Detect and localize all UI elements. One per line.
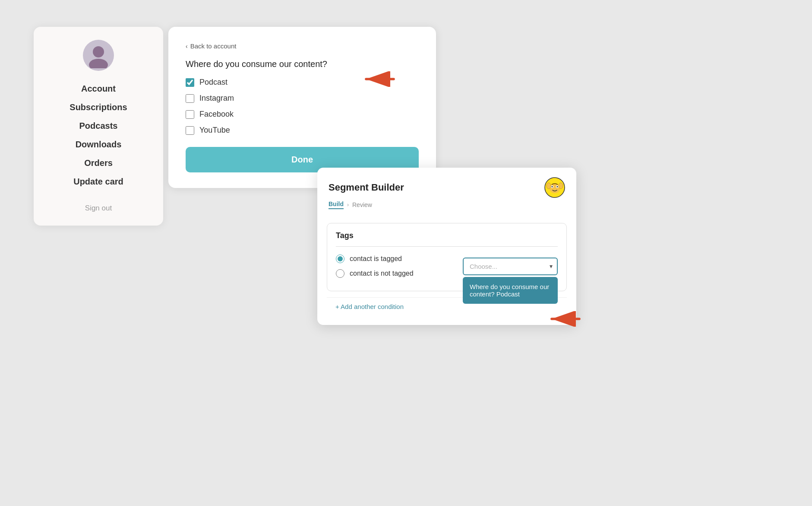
segment-breadcrumb: Build › Review [317, 198, 576, 216]
instagram-checkbox[interactable] [186, 94, 194, 103]
nav-subscriptions[interactable]: Subscriptions [42, 98, 155, 117]
tags-box: Tags contact is tagged contact is not ta… [327, 223, 567, 291]
not-tagged-radio[interactable] [336, 269, 344, 278]
tags-label: Tags [336, 231, 558, 240]
nav-orders[interactable]: Orders [42, 154, 155, 172]
svg-point-8 [552, 186, 553, 188]
facebook-checkbox[interactable] [186, 110, 194, 119]
radio-contact-tagged[interactable]: contact is tagged [336, 255, 414, 263]
segment-panel: Segment Builder Build › Review Tags [317, 168, 576, 325]
nav-account[interactable]: Account [42, 80, 155, 98]
tagged-radio[interactable] [336, 255, 344, 263]
account-panel: Account Subscriptions Podcasts Downloads… [34, 27, 163, 226]
arrow-dropdown-indicator [548, 311, 583, 327]
arrow-podcast-indicator [363, 71, 397, 87]
podcast-checkbox[interactable] [186, 78, 194, 87]
radio-group: contact is tagged contact is not tagged [336, 255, 414, 278]
avatar [83, 40, 114, 71]
facebook-label: Facebook [199, 110, 234, 119]
radio-contact-not-tagged[interactable]: contact is not tagged [336, 269, 414, 278]
nav-update-card[interactable]: Update card [42, 172, 155, 191]
breadcrumb-build[interactable]: Build [329, 200, 344, 209]
nav-podcasts[interactable]: Podcasts [42, 117, 155, 135]
not-tagged-label: contact is not tagged [350, 270, 414, 277]
radio-row: contact is tagged contact is not tagged … [336, 255, 558, 278]
svg-point-11 [559, 183, 563, 189]
back-link[interactable]: ‹ Back to account [186, 42, 419, 50]
checkbox-facebook[interactable]: Facebook [186, 110, 419, 119]
sign-out-link[interactable]: Sign out [85, 204, 112, 213]
podcast-label: Podcast [199, 78, 227, 87]
checkbox-youtube[interactable]: YouTube [186, 126, 419, 135]
svg-point-9 [557, 186, 558, 188]
svg-point-10 [547, 183, 551, 189]
segment-header: Segment Builder [317, 168, 576, 198]
chevron-left-icon: ‹ [186, 43, 188, 50]
segment-body: Tags contact is tagged contact is not ta… [317, 216, 576, 325]
choose-select-container[interactable]: Choose... Where do you consume our conte… [463, 258, 558, 275]
svg-point-5 [550, 184, 560, 193]
mailchimp-logo [544, 177, 565, 198]
svg-point-1 [89, 59, 108, 68]
segment-title: Segment Builder [329, 182, 404, 193]
choose-select[interactable]: Choose... Where do you consume our conte… [463, 258, 558, 275]
tagged-label: contact is tagged [350, 255, 402, 263]
back-link-text: Back to account [190, 42, 237, 50]
svg-point-0 [93, 46, 104, 57]
dropdown-highlighted-option[interactable]: Where do you consume our content? Podcas… [463, 277, 558, 304]
survey-question: Where do you consume our content? [186, 59, 419, 69]
youtube-label: YouTube [199, 126, 230, 135]
instagram-label: Instagram [199, 94, 234, 103]
breadcrumb-separator: › [347, 202, 349, 208]
survey-panel: ‹ Back to account Where do you consume o… [168, 27, 436, 188]
nav-downloads[interactable]: Downloads [42, 135, 155, 154]
checkbox-instagram[interactable]: Instagram [186, 94, 419, 103]
breadcrumb-review[interactable]: Review [352, 201, 372, 208]
tags-divider [336, 246, 558, 247]
youtube-checkbox[interactable] [186, 126, 194, 135]
